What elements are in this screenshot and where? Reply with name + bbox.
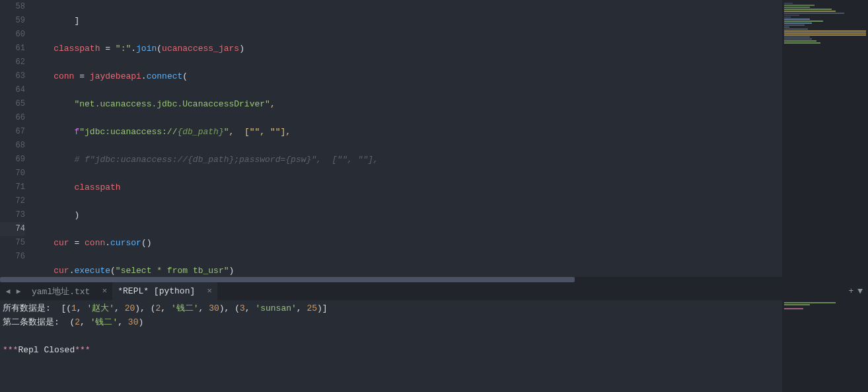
minimap[interactable] bbox=[782, 0, 868, 277]
tab-repl[interactable]: *REPL* [python] × bbox=[112, 282, 217, 300]
paren: ) bbox=[74, 210, 79, 220]
tab-yaml[interactable]: yaml地址.txt × bbox=[26, 282, 112, 300]
editor-area: 58 59 60 61 62 63 64 65 66 67 68 69 70 7… bbox=[0, 0, 868, 277]
number: 30 bbox=[128, 317, 139, 327]
marker: *** bbox=[3, 345, 18, 355]
string: ":" bbox=[116, 44, 131, 54]
paren: () bbox=[141, 238, 152, 248]
number: 20 bbox=[125, 303, 135, 313]
var: classpath bbox=[54, 44, 100, 54]
closed-text: Repl Closed bbox=[18, 345, 75, 355]
tab-label: *REPL* [python] bbox=[118, 286, 195, 296]
line-number: 62 bbox=[0, 56, 25, 69]
number: 2 bbox=[75, 317, 80, 327]
comma: , bbox=[270, 99, 275, 109]
var: conn bbox=[54, 71, 74, 81]
var: classpath bbox=[74, 182, 120, 192]
text: )] bbox=[317, 303, 328, 313]
line-number: 69 bbox=[0, 153, 25, 167]
string: '赵大' bbox=[87, 303, 114, 313]
text: ) bbox=[138, 317, 143, 327]
string: 'sunsan' bbox=[255, 303, 296, 313]
paren: ( bbox=[157, 44, 162, 54]
dot: . bbox=[105, 238, 110, 248]
tab-menu-icon[interactable]: ▼ bbox=[857, 286, 863, 296]
close-icon[interactable]: × bbox=[207, 286, 212, 296]
tab-label: yaml地址.txt bbox=[32, 286, 90, 297]
number: 25 bbox=[307, 303, 317, 313]
line-number: 64 bbox=[0, 83, 25, 97]
tab-history: ◀ ▶ bbox=[0, 287, 26, 295]
module: conn bbox=[85, 238, 105, 248]
line-number: 66 bbox=[0, 111, 25, 125]
text: , bbox=[80, 317, 90, 327]
number: 3 bbox=[240, 303, 245, 313]
paren: ( bbox=[110, 266, 116, 276]
line-number: 63 bbox=[0, 69, 25, 83]
comment: # f"jdbc:ucanaccess://{db_path};password… bbox=[74, 155, 378, 165]
var: cur bbox=[54, 238, 69, 248]
paren: ) bbox=[229, 266, 235, 276]
text: 所有数据是: [( bbox=[3, 303, 71, 313]
text: , bbox=[114, 303, 125, 313]
line-number: 68 bbox=[0, 139, 25, 153]
line-number: 58 bbox=[0, 0, 25, 14]
op: = bbox=[100, 44, 115, 54]
code-body[interactable]: ] classpath = ":".join(ucanaccess_jars) … bbox=[30, 0, 782, 277]
new-tab-icon[interactable]: + bbox=[848, 286, 853, 296]
string: '钱二' bbox=[90, 317, 118, 327]
tab-bar: ◀ ▶ yaml地址.txt × *REPL* [python] × + ▼ bbox=[0, 282, 868, 300]
op: = bbox=[69, 238, 85, 248]
bracket: ] bbox=[74, 16, 79, 26]
string: " bbox=[224, 127, 229, 137]
line-number: 60 bbox=[0, 28, 25, 42]
gutter: 58 59 60 61 62 63 64 65 66 67 68 69 70 7… bbox=[0, 0, 30, 277]
func: execute bbox=[74, 266, 110, 276]
interp: {db_path} bbox=[177, 127, 223, 137]
line-number: 71 bbox=[0, 180, 25, 194]
text: , bbox=[245, 303, 256, 313]
text: ), ( bbox=[219, 303, 240, 313]
text: , bbox=[118, 317, 128, 327]
func: cursor bbox=[110, 238, 141, 248]
dot: . bbox=[131, 44, 136, 54]
text: , bbox=[161, 303, 171, 313]
module: cur bbox=[54, 266, 69, 276]
line-number: 76 bbox=[0, 250, 25, 264]
line-number: 75 bbox=[0, 236, 25, 250]
line-number: 59 bbox=[0, 14, 25, 28]
text: , bbox=[297, 303, 307, 313]
paren: ) bbox=[239, 44, 244, 54]
number: 30 bbox=[209, 303, 219, 313]
string: '钱二' bbox=[171, 303, 199, 313]
line-number: 65 bbox=[0, 97, 25, 111]
dot: . bbox=[141, 71, 147, 81]
line-number: 61 bbox=[0, 42, 25, 56]
paren: ( bbox=[182, 71, 188, 81]
text: ), ( bbox=[135, 303, 155, 313]
op: = bbox=[74, 71, 89, 81]
line-number: 72 bbox=[0, 194, 25, 208]
string: "jdbc:ucanaccess:// bbox=[79, 127, 177, 137]
string: "select * from tb_usr" bbox=[116, 266, 229, 276]
back-icon[interactable]: ◀ bbox=[6, 287, 11, 295]
func: connect bbox=[147, 71, 183, 81]
line-number: 70 bbox=[0, 167, 25, 180]
forward-icon[interactable]: ▶ bbox=[17, 287, 21, 295]
horizontal-scrollbar[interactable] bbox=[0, 277, 868, 282]
repl-panel: 所有数据是: [(1, '赵大', 20), (2, '钱二', 30), (3… bbox=[0, 300, 868, 392]
text: , bbox=[77, 303, 87, 313]
line-number: 74 bbox=[0, 222, 25, 236]
repl-output[interactable]: 所有数据是: [(1, '赵大', 20), (2, '钱二', 30), (3… bbox=[0, 300, 782, 392]
repl-minimap[interactable] bbox=[782, 300, 868, 392]
scrollbar-thumb[interactable] bbox=[0, 277, 575, 282]
close-icon[interactable]: × bbox=[102, 286, 107, 296]
module: jaydebeapi bbox=[90, 71, 141, 81]
text: 第二条数据是: ( bbox=[3, 317, 75, 327]
text: , bbox=[199, 303, 209, 313]
line-number: 73 bbox=[0, 208, 25, 222]
marker: *** bbox=[75, 345, 90, 355]
line-number: 67 bbox=[0, 125, 25, 139]
number: 1 bbox=[71, 303, 77, 313]
rest: , ["", ""], bbox=[229, 127, 291, 137]
